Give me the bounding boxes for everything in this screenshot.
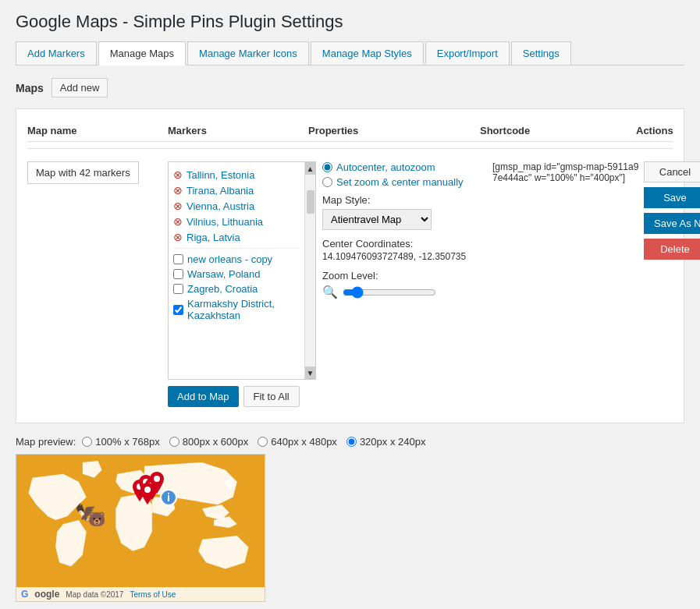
list-item: Zagreb, Croatia [173,281,300,296]
marker-label: Tirana, Albania [187,185,254,197]
marker-label: Warsaw, Poland [187,268,260,280]
shortcode-value: [gmsp_map id="gmsp-map-5911a97e444ac" w=… [492,161,638,183]
svg-point-4 [154,476,160,482]
preview-size-label-2: 640px x 480px [271,436,337,448]
zoom-out-icon: 🔍 [322,285,338,299]
page-title: Google Maps - Simple Pins Plugin Setting… [16,12,684,32]
map-name-cell: Map with 42 markers [27,161,168,184]
map-preview-container: i 🦅 🐻 Google Map data ©2017 Terms of Use [16,454,265,602]
remove-marker-icon[interactable]: ⊗ [173,184,183,197]
preview-size-label-1: 800px x 600px [183,436,249,448]
marker-label: Vilnius, Lithuania [187,216,263,228]
zoom-slider-wrapper: 🔍 [322,285,488,299]
col-map-name: Map name [27,125,168,136]
coord-label: Center Coordinates: [322,238,488,250]
main-content: Map name Markers Properties Shortcode Ac… [16,108,684,423]
markers-scrollable[interactable]: ⊗ Tallinn, Estonia ⊗ Tirana, Albania ⊗ V… [169,162,304,379]
fit-to-all-button[interactable]: Fit to All [243,386,300,407]
save-button[interactable]: Save [644,187,700,208]
marker-label: Karmakshy District, Kazakhstan [187,298,300,321]
page-wrapper: Google Maps - Simple Pins Plugin Setting… [0,0,700,609]
preview-size-0[interactable]: 100% x 768px [82,436,159,448]
zoom-slider[interactable] [343,286,436,299]
map-pin-5 [140,483,155,507]
radio-autocenter-label: Autocenter, autozoom [336,161,435,173]
radio-autocenter: Autocenter, autozoom [322,161,488,173]
cancel-button[interactable]: Cancel [644,161,700,182]
nav-tabs: Add Markers Manage Maps Manage Marker Ic… [16,41,684,66]
coord-value: 14.109476093727489, -12.350735 [322,251,488,262]
col-markers: Markers [168,125,308,136]
actions-cell: Cancel Save Save As New Delete [644,161,700,260]
tab-settings[interactable]: Settings [511,41,571,66]
markers-buttons: Add to Map Fit to All [168,386,316,407]
tab-manage-marker-icons[interactable]: Manage Marker Icons [187,41,309,66]
radio-group-zoom: Autocenter, autozoom Set zoom & center m… [322,161,488,188]
list-item: ⊗ Vienna, Austria [173,198,300,214]
list-item: ⊗ Riga, Latvia [173,229,300,245]
info-marker: i [160,489,177,506]
preview-label-row: Map preview: 100% x 768px 800px x 600px … [16,436,684,448]
marker-checkbox-2[interactable] [173,284,183,294]
radio-autocenter-input[interactable] [322,162,332,172]
preview-size-3[interactable]: 320px x 240px [346,436,426,448]
list-item: ⊗ Vilnius, Lithuania [173,214,300,229]
google-logo-text: oogle [34,589,59,600]
markers-list-wrapper: ⊗ Tallinn, Estonia ⊗ Tirana, Albania ⊗ V… [168,161,316,380]
radio-set-zoom-label: Set zoom & center manually [336,176,464,188]
map-style-label: Map Style: [322,194,488,206]
map-style-dropdown[interactable]: Atientravel Map [322,209,432,230]
preview-radio-1[interactable] [169,437,179,447]
save-as-new-button[interactable]: Save As New [644,213,700,234]
marker-label: Tallinn, Estonia [187,169,254,181]
scroll-thumb[interactable] [307,190,314,214]
list-item: ⊗ Tallinn, Estonia [173,167,300,182]
marker-checkbox-3[interactable] [173,305,183,315]
tab-manage-maps[interactable]: Manage Maps [98,41,186,66]
remove-marker-icon[interactable]: ⊗ [173,168,183,181]
delete-button[interactable]: Delete [644,239,700,260]
map-name-box: Map with 42 markers [27,161,139,184]
preview-size-label-0: 100% x 768px [95,436,159,448]
marker-label: Riga, Latvia [187,232,240,243]
radio-set-zoom: Set zoom & center manually [322,176,488,188]
markers-cell: ⊗ Tallinn, Estonia ⊗ Tirana, Albania ⊗ V… [168,161,316,407]
table-header: Map name Markers Properties Shortcode Ac… [27,120,673,142]
col-shortcode: Shortcode [480,125,636,136]
tab-manage-map-styles[interactable]: Manage Map Styles [311,41,424,66]
marker-checkbox-0[interactable] [173,254,183,264]
remove-marker-icon[interactable]: ⊗ [173,215,183,228]
preview-radio-group: 100% x 768px 800px x 600px 640px x 480px… [82,436,425,448]
zoom-label: Zoom Level: [322,270,488,281]
preview-size-label-3: 320px x 240px [360,436,426,448]
map-row: Map with 42 markers ⊗ Tallinn, Estonia [27,157,673,412]
col-actions: Actions [636,125,700,136]
col-properties: Properties [308,125,480,136]
google-logo: G [21,589,28,600]
preview-radio-3[interactable] [346,437,357,447]
preview-size-1[interactable]: 800px x 600px [169,436,249,448]
list-item: ⊗ Tirana, Albania [173,182,300,198]
terms-text[interactable]: Terms of Use [130,590,176,599]
header-divider [27,148,673,149]
marker-label: new orleans - copy [187,253,272,265]
remove-marker-icon[interactable]: ⊗ [173,200,183,212]
tab-export-import[interactable]: Export/Import [425,41,510,66]
maps-header: Maps Add new [16,78,684,97]
radio-set-zoom-input[interactable] [322,177,332,187]
preview-label-text: Map preview: [16,436,76,448]
add-to-map-button[interactable]: Add to Map [168,386,239,407]
tab-add-markers[interactable]: Add Markers [16,41,97,66]
remove-marker-icon[interactable]: ⊗ [173,231,183,243]
preview-radio-2[interactable] [258,437,268,447]
markers-divider [173,248,300,249]
add-new-button[interactable]: Add new [52,78,108,97]
svg-point-5 [144,487,151,493]
preview-size-2[interactable]: 640px x 480px [258,436,337,448]
scrollbar[interactable]: ▲ ▼ [304,162,315,379]
properties-cell: Autocenter, autozoom Set zoom & center m… [316,161,488,299]
shortcode-cell: [gmsp_map id="gmsp-map-5911a97e444ac" w=… [488,161,644,183]
marker-label: Zagreb, Croatia [187,283,258,295]
marker-checkbox-1[interactable] [173,269,183,279]
preview-radio-0[interactable] [82,437,92,447]
